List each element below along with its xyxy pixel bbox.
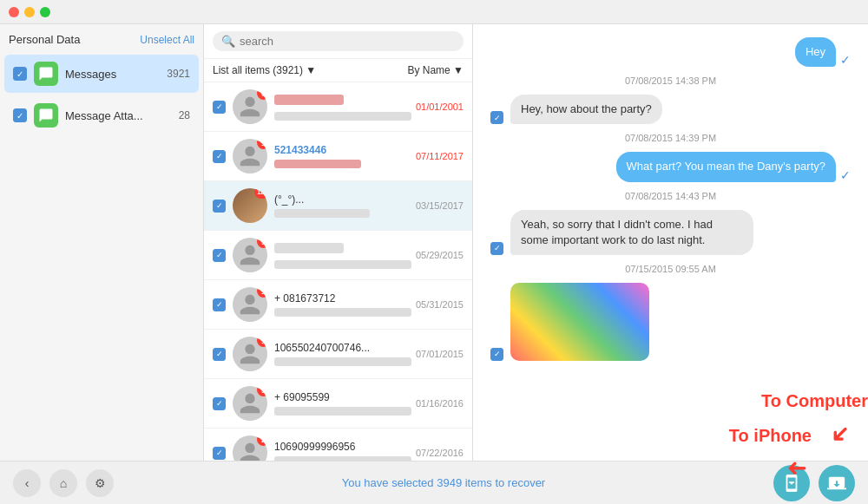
message-checkbox[interactable] [490,242,503,255]
contact-item[interactable]: 5 + 69095599 01/16/2016 [204,379,472,429]
message-checkbox[interactable] [490,111,503,124]
sort-by-name[interactable]: By Name ▼ [407,64,464,76]
avatar: 9 [233,238,267,272]
contact-preview [274,160,361,168]
contact-info: + 69095599 [274,391,411,416]
contact-checkbox[interactable] [213,150,226,163]
avatar: 1 [233,337,267,371]
to-computer-button[interactable] [819,465,855,501]
list-header: List all items (3921) ▼ By Name ▼ [204,59,472,82]
unread-badge: 1 [257,287,267,298]
contact-item[interactable]: 1 106550240700746... 07/01/2015 [204,330,472,379]
contact-preview [274,456,411,461]
message-image [510,283,649,361]
contact-date: 05/29/2015 [416,250,464,260]
message-bubble: What part? You mean the Dany's party? [616,152,836,181]
avatar: 5 [233,386,267,421]
contact-checkbox[interactable] [213,348,226,361]
maximize-button[interactable] [40,7,50,17]
contact-item[interactable]: 121 (°_°)... 03/15/2017 [204,181,472,231]
contact-info: 521433446 [274,144,411,168]
bottom-bar: ‹ ⌂ ⚙ You have selected 3949 items to re… [0,461,868,504]
message-check-icon: ✓ [840,53,851,67]
message-row: Yeah, so sorry that I didn't come. I had… [490,210,851,255]
contact-date: 05/31/2015 [416,299,464,310]
message-row [490,283,851,361]
contact-item[interactable]: 9 05/29/2015 [204,231,472,280]
contact-date: 01/16/2016 [416,398,464,409]
to-computer-label: To Computer [761,391,868,411]
home-button[interactable]: ⌂ [49,469,77,497]
contact-name: + 69095599 [274,391,411,403]
contact-checkbox[interactable] [213,397,226,410]
avatar: 0 [233,89,267,124]
contact-checkbox[interactable] [213,298,226,311]
message-bubble: Hey [795,37,836,67]
contact-name: 106550240700746... [274,342,411,354]
contact-preview [274,308,411,317]
traffic-lights [9,7,50,17]
contact-list: 🔍 List all items (3921) ▼ By Name ▼ 0 01… [204,24,473,461]
sidebar-item-messages[interactable]: Messages 3921 [4,55,199,93]
contact-item[interactable]: 0 01/01/2001 [204,82,472,132]
selected-count: 3949 [437,476,462,489]
contact-item[interactable]: 1 + 081673712 05/31/2015 [204,280,472,330]
message-checkbox[interactable] [490,348,503,361]
timestamp: 07/08/2015 14:39 PM [490,133,851,143]
messages-count: 3921 [167,68,190,80]
message-bubble: Yeah, so sorry that I didn't come. I had… [510,210,753,255]
message-row: What part? You mean the Dany's party? ✓ [490,152,851,181]
sidebar-title: Personal Data [9,33,80,46]
message-check-icon: ✓ [840,168,851,182]
contact-item[interactable]: 1 521433446 07/11/2017 [204,132,472,181]
status-suffix: items to recover [462,476,545,489]
unread-badge: 121 [254,188,267,199]
contact-checkbox[interactable] [213,200,226,213]
contact-info: + 081673712 [274,292,411,317]
contact-name: (°_°)... [274,193,411,206]
contact-date: 07/22/2016 [416,448,464,458]
minimize-button[interactable] [24,7,35,17]
messages-icon [34,62,58,86]
message-text: Hey, how about the party? [521,102,652,115]
timestamp: 07/08/2015 14:38 PM [490,75,851,86]
settings-icon: ⚙ [95,476,106,490]
sidebar-item-attachments[interactable]: Message Atta... 28 [4,96,199,134]
close-button[interactable] [9,7,19,17]
unread-badge: 9 [257,238,267,248]
unread-badge: 2 [257,435,267,446]
back-button[interactable]: ‹ [13,469,41,497]
message-row: Hey, how about the party? [490,95,851,124]
message-text: What part? You mean the Dany's party? [627,160,825,173]
attachments-count: 28 [179,109,190,121]
titlebar [0,0,868,24]
status-prefix: You have selected [342,476,437,489]
search-icon: 🔍 [221,35,235,48]
contact-info: 10690999996956 [274,441,411,461]
contact-checkbox[interactable] [213,249,226,262]
contact-date: 03/15/2017 [416,200,464,211]
contact-preview [274,357,411,366]
search-input[interactable] [240,35,455,48]
contact-item[interactable]: 2 10690999996956 07/22/2016 [204,429,472,461]
settings-button[interactable]: ⚙ [86,469,114,497]
attachments-checkbox[interactable] [13,108,27,122]
messages-label: Messages [65,68,167,81]
messages-checkbox[interactable] [13,67,27,81]
to-iphone-arrow-icon: ➜ [787,455,807,483]
contact-info [274,241,411,269]
avatar: 1 [233,139,267,173]
avatar: 121 [233,188,267,223]
contact-name [274,95,344,105]
unread-badge: 1 [257,139,267,149]
contact-date: 07/01/2015 [416,349,464,359]
contact-name [274,243,344,253]
list-all-items-label[interactable]: List all items (3921) ▼ [213,64,316,76]
search-bar: 🔍 [204,24,472,59]
contact-checkbox[interactable] [213,447,226,460]
unselect-all-button[interactable]: Unselect All [140,34,194,46]
contact-date: 07/11/2017 [416,151,464,161]
to-computer-icon [827,474,846,493]
contact-checkbox[interactable] [213,101,226,114]
bottom-left-buttons: ‹ ⌂ ⚙ [13,469,114,497]
